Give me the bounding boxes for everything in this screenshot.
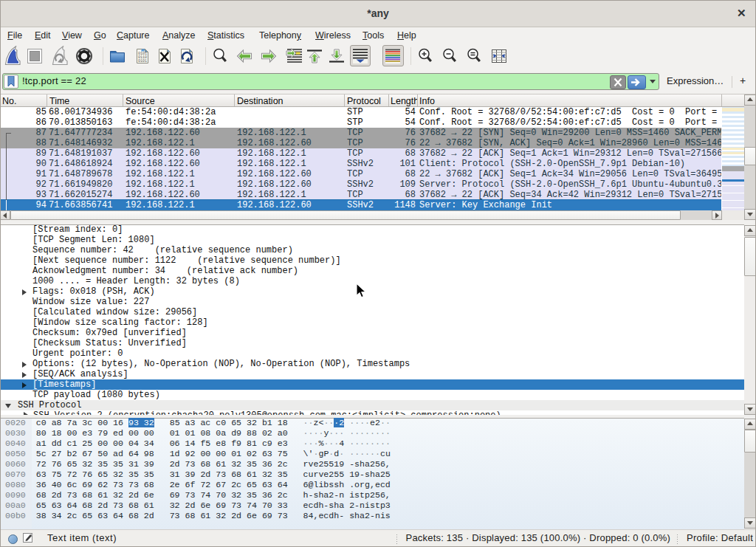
svg-text:0101: 0101 (138, 59, 147, 63)
